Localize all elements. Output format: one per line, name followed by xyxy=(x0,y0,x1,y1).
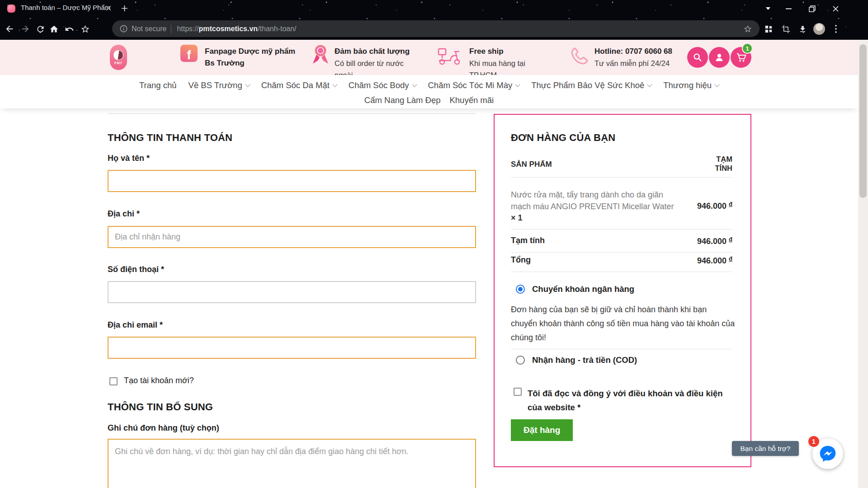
order-summary-panel: ĐƠN HÀNG CỦA BẠN SẢN PHẨM TẠM TÍNH Nước … xyxy=(494,114,751,467)
window-restore-button[interactable] xyxy=(805,3,819,14)
create-account-checkbox[interactable] xyxy=(109,377,118,385)
nav-item-health-food[interactable]: Thực Phẩm Bảo Vệ Sức Khoẻ xyxy=(531,80,651,90)
place-order-button[interactable]: Đặt hàng xyxy=(511,419,573,441)
create-account-label: Tạo tài khoản mới? xyxy=(124,376,194,385)
nav-item-hair-care[interactable]: Chăm Sóc Tóc Mi Mày xyxy=(428,80,520,90)
scooter-icon xyxy=(437,47,462,68)
nav-item-face-care[interactable]: Chăm Sóc Da Mặt xyxy=(261,80,337,90)
total-label: Tổng xyxy=(511,255,531,265)
crop-extension-icon[interactable] xyxy=(779,23,792,35)
logo-text: PMT xyxy=(114,61,123,65)
feature-hotline[interactable]: Hotline: 0707 6060 68 Tư vấn miễn phí 24… xyxy=(594,46,698,69)
cart-icon xyxy=(736,52,746,63)
nav-item-beauty-handbook[interactable]: Cẩm Nang Làm Đẹp xyxy=(364,95,441,105)
chevron-down-icon xyxy=(714,82,719,87)
security-label: Not secure xyxy=(132,25,166,33)
chevron-down-icon xyxy=(515,82,520,87)
bank-transfer-radio[interactable] xyxy=(516,285,525,294)
screen: Thanh toán – Dược Mỹ Phẩm xyxy=(0,0,868,488)
window-close-button[interactable] xyxy=(828,3,843,14)
nav-item-about[interactable]: Về BS Trường xyxy=(189,80,250,90)
undo-icon[interactable] xyxy=(62,23,76,35)
chevron-down-icon xyxy=(332,82,337,87)
new-tab-button[interactable] xyxy=(118,2,130,14)
order-note-field[interactable] xyxy=(108,439,476,488)
nav-item-home[interactable]: Trang chủ xyxy=(139,80,177,90)
profile-avatar[interactable] xyxy=(813,23,825,35)
terms-checkbox[interactable] xyxy=(514,388,522,396)
window-minimize-button[interactable] xyxy=(781,3,796,14)
billing-title: THÔNG TIN THANH TOÁN xyxy=(108,132,232,144)
search-button[interactable] xyxy=(687,47,708,68)
url-text: https://pmtcosmetics.vn/thanh-toan/ xyxy=(177,25,296,33)
feature-fanpage[interactable]: Fanpage Dược mỹ phẩm Bs Trường xyxy=(205,46,300,69)
feature-title: Hotline: 0707 6060 68 xyxy=(594,46,698,57)
url-separator xyxy=(171,25,171,33)
subtotal-column-header: TẠM TÍNH xyxy=(707,155,732,173)
info-icon[interactable] xyxy=(119,24,128,33)
panel-divider xyxy=(511,272,732,272)
chevron-down-icon xyxy=(245,82,250,87)
tab-search-caret-icon[interactable] xyxy=(762,4,774,14)
subtotal-value: 946.000đ xyxy=(697,236,732,246)
subtotal-label: Tạm tính xyxy=(511,236,545,245)
phone-label: Số điện thoại * xyxy=(108,265,164,274)
nav-item-promotions[interactable]: Khuyến mãi xyxy=(449,95,494,105)
forward-icon[interactable] xyxy=(19,23,32,35)
feature-subtitle: Bs Trường xyxy=(205,57,300,69)
chevron-down-icon xyxy=(647,82,652,87)
chat-notification-badge: 1 xyxy=(808,436,819,447)
messenger-icon xyxy=(818,444,837,463)
page-scrollbar[interactable] xyxy=(858,40,868,488)
bookmark-star-icon[interactable] xyxy=(78,23,92,35)
order-title: ĐƠN HÀNG CỦA BẠN xyxy=(511,132,615,144)
currency-symbol: đ xyxy=(729,236,732,243)
address-field[interactable] xyxy=(108,226,476,248)
scrollbar-thumb[interactable] xyxy=(859,44,867,198)
home-icon[interactable] xyxy=(47,23,61,35)
browser-menu-icon[interactable] xyxy=(830,23,841,35)
name-label: Họ và tên * xyxy=(108,154,150,163)
search-icon xyxy=(693,52,703,62)
webpage: PMT f Fanpage Dược mỹ phẩm Bs Trường xyxy=(0,40,858,488)
name-field[interactable] xyxy=(108,170,476,192)
extension-grid-icon[interactable] xyxy=(762,23,775,35)
logo-emblem xyxy=(113,50,123,60)
panel-divider xyxy=(511,349,732,349)
nav-item-brands[interactable]: Thương hiệu xyxy=(663,80,719,90)
nav-item-body-care[interactable]: Chăm Sóc Body xyxy=(349,80,416,90)
order-note-label: Ghi chú đơn hàng (tuỳ chọn) xyxy=(108,423,219,433)
main-nav: Trang chủ Về BS Trường Chăm Sóc Da Mặt C… xyxy=(0,75,858,108)
feature-title: Free ship xyxy=(469,46,537,57)
download-icon[interactable] xyxy=(796,23,809,35)
medal-icon xyxy=(311,44,330,67)
bank-transfer-description: Đơn hàng của bạn sẽ bị giữ và chỉ hoàn t… xyxy=(511,303,735,345)
phone-field[interactable] xyxy=(108,281,476,303)
cod-label[interactable]: Nhận hàng - trả tiền (COD) xyxy=(532,355,637,365)
site-logo[interactable]: PMT xyxy=(110,45,127,70)
panel-divider xyxy=(511,177,732,178)
feature-title: Đảm bảo chất lượng xyxy=(335,46,417,57)
email-label: Địa chỉ email * xyxy=(108,320,163,330)
order-item-price: 946.000đ xyxy=(697,201,732,211)
phone-icon xyxy=(569,45,589,70)
tab-close-icon[interactable] xyxy=(103,3,114,14)
bank-transfer-label[interactable]: Chuyển khoản ngân hàng xyxy=(532,284,634,294)
reload-icon[interactable] xyxy=(33,23,47,35)
order-item-name: Nước rửa mặt, tẩy trang dành cho da giãn… xyxy=(511,189,677,224)
facebook-icon[interactable]: f xyxy=(180,45,198,62)
cod-radio[interactable] xyxy=(516,356,525,365)
product-column-header: SẢN PHẨM xyxy=(511,160,552,169)
feature-subtitle: Tư vấn miễn phí 24/24 xyxy=(594,57,698,69)
content-divider xyxy=(108,113,476,114)
chat-tooltip[interactable]: Bạn cần hỗ trợ? xyxy=(732,441,799,456)
account-button[interactable] xyxy=(709,47,730,68)
cart-count-badge: 1 xyxy=(742,43,753,54)
currency-symbol: đ xyxy=(729,201,732,207)
total-value: 946.000đ xyxy=(697,255,732,266)
page-bookmark-star-icon[interactable] xyxy=(743,24,752,33)
back-icon[interactable] xyxy=(3,23,16,35)
email-field[interactable] xyxy=(108,337,476,359)
tab-title[interactable]: Thanh toán – Dược Mỹ Phẩm xyxy=(21,4,110,11)
address-bar[interactable]: Not secure https://pmtcosmetics.vn/thanh… xyxy=(112,20,760,37)
